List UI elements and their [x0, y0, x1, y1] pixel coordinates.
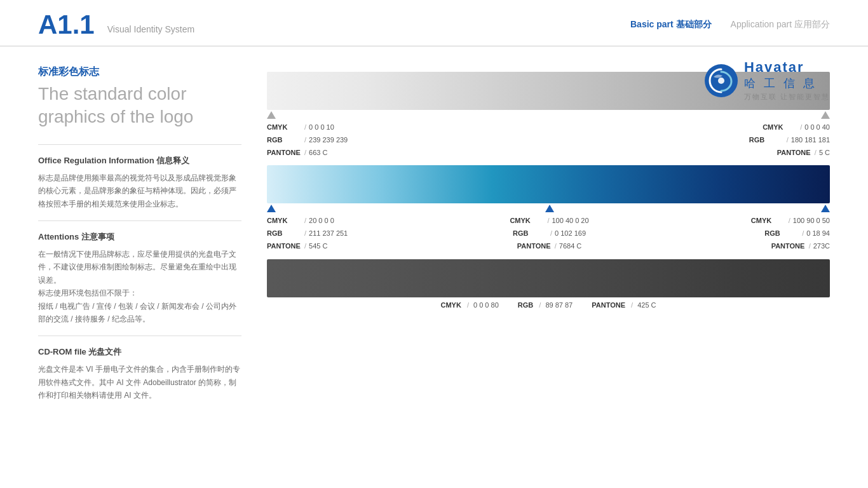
- bar2-pantone-right: PANTONE/273C: [771, 240, 830, 253]
- info3-text: 光盘文件是本 VI 手册电子文件的集合，内含手册制作时的专用软件格式文件。其中 …: [38, 363, 241, 402]
- logo-tagline: 万物互联 让智能更智慧: [744, 92, 830, 102]
- header-left: A1.1 Visual Identity System: [38, 11, 194, 38]
- bar2-info-right: CMYK/100 90 0 50 RGB/0 18 94 PANTONE/273…: [751, 205, 830, 252]
- bar2-info-left: CMYK/20 0 0 0 RGB/211 237 251 PANTONE/54…: [267, 205, 348, 252]
- info1-heading: Office Regulation Information 信息释义: [38, 155, 241, 166]
- bar3-info: CMYK / 0 0 0 80 RGB / 89 87 87 PANTONE /…: [267, 301, 830, 309]
- logo-brand-en: Havatar: [744, 59, 830, 76]
- bar3-cmyk: CMYK / 0 0 0 80: [440, 301, 498, 309]
- logo-area: Havatar 哈 工 信 息 万物互联 让智能更智慧: [705, 59, 830, 102]
- page-number: A1.1: [38, 11, 95, 38]
- info2-text: 在一般情况下使用品牌标志，应尽量使用提供的光盘电子文件，不建议使用标准制图绘制标…: [38, 248, 241, 325]
- bar2-triangle-middle: [545, 205, 554, 212]
- bar3-pantone: PANTONE / 425 C: [592, 301, 656, 309]
- nav-basic[interactable]: Basic part 基础部分: [630, 19, 712, 30]
- bar2-cmyk-middle: CMYK/100 40 0 20: [510, 215, 588, 227]
- bar3-wrap: CMYK / 0 0 0 80 RGB / 89 87 87 PANTONE /…: [267, 259, 830, 309]
- bar2-triangle-left: [267, 205, 276, 212]
- nav-application[interactable]: Application part 应用部分: [731, 19, 830, 30]
- divider-1: [38, 144, 241, 145]
- main-layout: 标准彩色标志 The standard color graphics of th…: [0, 46, 868, 484]
- bar1-rgb-left: RGB/239 239 239: [267, 134, 348, 147]
- bar2-pantone-middle: PANTONE/7684 C: [517, 240, 582, 253]
- bar2-triangle-right: [821, 205, 830, 212]
- bar3-gradient: [267, 259, 830, 297]
- bar2-info-middle: CMYK/100 40 0 20 RGB/0 102 169 PANTONE/7…: [510, 205, 588, 252]
- page-subtitle: Visual Identity System: [107, 24, 194, 38]
- bar1-info-right: CMYK/0 0 0 40 RGB/180 181 181 PANTONE/5 …: [749, 111, 830, 159]
- bar1-info-row: CMYK/0 0 0 10 RGB/239 239 239 PANTONE/66…: [267, 111, 830, 159]
- left-panel: 标准彩色标志 The standard color graphics of th…: [38, 46, 254, 484]
- bar1-pantone-right: PANTONE/5 C: [777, 147, 830, 159]
- bar2-rgb-middle: RGB/0 102 169: [513, 227, 586, 240]
- divider-3: [38, 336, 241, 336]
- svg-point-1: [718, 78, 724, 84]
- bar2-gradient: [267, 165, 830, 203]
- section-title-cn: 标准彩色标志: [38, 65, 241, 79]
- bar2-pantone-left: PANTONE/545 C: [267, 240, 348, 253]
- bar1-info-left: CMYK/0 0 0 10 RGB/239 239 239 PANTONE/66…: [267, 111, 348, 159]
- bar2-cmyk-left: CMYK/20 0 0 0: [267, 215, 348, 227]
- logo-brand-cn: 哈 工 信 息: [744, 76, 830, 91]
- bar2-rgb-right: RGB/0 18 94: [764, 227, 830, 240]
- bar3-rgb: RGB / 89 87 87: [518, 301, 573, 309]
- bar2-cmyk-right: CMYK/100 90 0 50: [751, 215, 830, 227]
- header-nav: Basic part 基础部分 Application part 应用部分: [630, 19, 830, 30]
- divider-2: [38, 220, 241, 221]
- right-panel: Havatar 哈 工 信 息 万物互联 让智能更智慧 CMYK/0 0 0 1…: [254, 46, 830, 484]
- header: A1.1 Visual Identity System Basic part 基…: [0, 0, 868, 46]
- bar2-info-row: CMYK/20 0 0 0 RGB/211 237 251 PANTONE/54…: [267, 205, 830, 252]
- bar2-rgb-left: RGB/211 237 251: [267, 227, 348, 240]
- bar1-cmyk-left: CMYK/0 0 0 10: [267, 121, 348, 134]
- bar1-pantone-left: PANTONE/663 C: [267, 147, 348, 159]
- bar2-wrap: CMYK/20 0 0 0 RGB/211 237 251 PANTONE/54…: [267, 165, 830, 252]
- section-title-en: The standard color graphics of the logo: [38, 83, 241, 129]
- info1-text: 标志是品牌使用频率最高的视觉符号以及形成品牌视觉形象的核心元素，是品牌形象的象征…: [38, 172, 241, 210]
- logo-icon: [705, 64, 738, 97]
- bar1-triangle-right: [821, 111, 830, 119]
- bar1-cmyk-right: CMYK/0 0 0 40: [763, 121, 830, 134]
- color-bars: CMYK/0 0 0 10 RGB/239 239 239 PANTONE/66…: [267, 72, 830, 309]
- info3-heading: CD-ROM file 光盘文件: [38, 346, 241, 358]
- logo-text: Havatar 哈 工 信 息 万物互联 让智能更智慧: [744, 59, 830, 102]
- info2-heading: Attentions 注意事项: [38, 231, 241, 243]
- bar1-triangle-left: [267, 111, 276, 119]
- bar1-rgb-right: RGB/180 181 181: [749, 134, 830, 147]
